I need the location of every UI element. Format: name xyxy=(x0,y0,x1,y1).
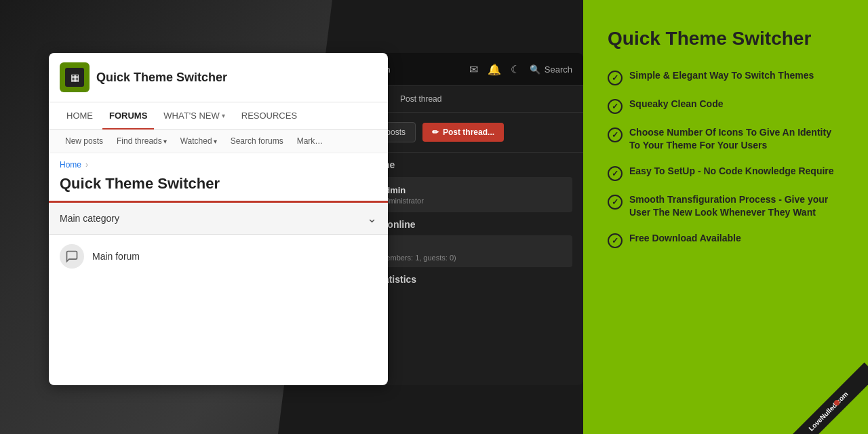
category-name: Main category xyxy=(60,213,119,224)
watermark-badge: LoveNulled.com xyxy=(787,353,868,434)
post-thread-button[interactable]: ✏ Post thread... xyxy=(422,123,504,142)
feature-item-5: Smooth Transfiguration Process - Give yo… xyxy=(608,193,844,220)
feature-text-3: Choose Number Of Icons To Give An Identi… xyxy=(629,126,844,153)
forum-chat-icon xyxy=(65,250,79,263)
search-button[interactable]: 🔍 Search xyxy=(530,64,572,75)
nav-forums[interactable]: FORUMS xyxy=(102,102,154,129)
forum-logo-inner: ▦ xyxy=(65,68,84,87)
check-icon-3 xyxy=(608,127,623,142)
forum-card: ▦ Quick Theme Switcher HOME FORUMS WHAT'… xyxy=(49,53,388,385)
find-threads-chevron-icon: ▾ xyxy=(163,138,167,145)
left-panel: ▦ Quick Theme Switcher HOME FORUMS WHAT'… xyxy=(0,0,583,434)
whats-new-chevron-icon: ▾ xyxy=(222,112,225,119)
feature-item-2: Squeaky Clean Code xyxy=(608,98,844,114)
mail-icon[interactable]: ✉ xyxy=(469,63,478,76)
check-icon-4 xyxy=(608,166,623,181)
nav-resources[interactable]: RESOURCES xyxy=(235,102,304,129)
subnav-find-threads[interactable]: Find threads ▾ xyxy=(111,134,172,149)
feature-item-6: Free Download Available xyxy=(608,232,844,248)
subnav-mark[interactable]: Mark… xyxy=(292,134,329,149)
forum-site-title: Quick Theme Switcher xyxy=(96,71,227,85)
right-title: Quick Theme Switcher xyxy=(608,27,844,50)
bell-icon[interactable]: 🔔 xyxy=(488,63,501,76)
forum-header: ▦ Quick Theme Switcher xyxy=(49,53,388,102)
nav-whats-new[interactable]: WHAT'S NEW ▾ xyxy=(157,102,231,129)
check-icon-5 xyxy=(608,195,623,210)
category-chevron-icon: ⌄ xyxy=(367,211,377,226)
edit-icon: ✏ xyxy=(432,127,439,137)
forum-name: Main forum xyxy=(92,251,140,262)
feature-list: Simple & Elegant Way To Switch Themes Sq… xyxy=(608,69,844,248)
breadcrumb-home[interactable]: Home xyxy=(60,160,81,170)
search-icon: 🔍 xyxy=(530,64,540,75)
feature-text-1: Simple & Elegant Way To Switch Themes xyxy=(629,69,814,83)
feature-text-4: Easy To SetUp - No Code Knowledge Requir… xyxy=(629,165,834,178)
feature-text-5: Smooth Transfiguration Process - Give yo… xyxy=(629,193,844,220)
right-panel: Quick Theme Switcher Simple & Elegant Wa… xyxy=(583,0,868,434)
page-title: Quick Theme Switcher xyxy=(60,175,377,193)
check-icon-2 xyxy=(608,99,623,114)
page-title-area: Quick Theme Switcher xyxy=(49,172,388,203)
forum-row[interactable]: Main forum xyxy=(49,235,388,278)
watermark-text: LoveNulled.com xyxy=(787,362,868,434)
subnav-watched[interactable]: Watched ▾ xyxy=(175,134,222,149)
breadcrumb-separator: › xyxy=(85,160,88,170)
subnav-search-forums[interactable]: Search forums xyxy=(225,134,289,149)
dark-header-icons: ✉ 🔔 ☾ 🔍 Search xyxy=(469,63,572,76)
forum-logo: ▦ xyxy=(60,62,90,92)
feature-item-1: Simple & Elegant Way To Switch Themes xyxy=(608,69,844,85)
watched-chevron-icon: ▾ xyxy=(214,138,217,145)
feature-item-4: Easy To SetUp - No Code Knowledge Requir… xyxy=(608,165,844,181)
heart-dot xyxy=(834,400,840,406)
forum-logo-icon: ▦ xyxy=(71,72,79,83)
check-icon-1 xyxy=(608,71,623,85)
feature-text-2: Squeaky Clean Code xyxy=(629,98,724,111)
nav-home[interactable]: HOME xyxy=(60,102,100,129)
subnav-new-posts[interactable]: New posts xyxy=(60,134,108,149)
forum-nav: HOME FORUMS WHAT'S NEW ▾ RESOURCES xyxy=(49,102,388,130)
forum-subnav: New posts Find threads ▾ Watched ▾ Searc… xyxy=(49,130,388,153)
feature-text-6: Free Download Available xyxy=(629,232,741,245)
moon-icon[interactable]: ☾ xyxy=(511,63,520,76)
dark-subnav-post-thread[interactable]: Post thread xyxy=(395,92,447,106)
breadcrumb: Home › xyxy=(49,153,388,172)
check-icon-6 xyxy=(608,233,623,248)
feature-item-3: Choose Number Of Icons To Give An Identi… xyxy=(608,126,844,153)
category-row[interactable]: Main category ⌄ xyxy=(49,203,388,235)
forum-icon xyxy=(60,244,84,269)
